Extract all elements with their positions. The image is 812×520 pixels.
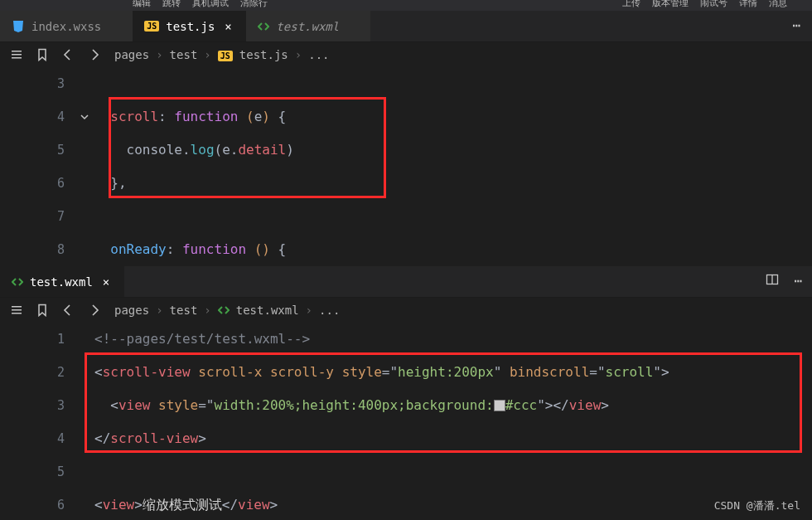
code-line[interactable]: scroll: function (e) { xyxy=(94,100,812,134)
code-line[interactable]: <!--pages/test/test.wxml--> xyxy=(94,323,812,356)
code-editor-top[interactable]: 345678 scroll: function (e) { console.lo… xyxy=(0,67,812,266)
menu-bar-left: 编辑跳转真机调试清除行 xyxy=(133,0,268,9)
menu-item[interactable]: 清除行 xyxy=(240,0,268,9)
code-line[interactable]: <scroll-view scroll-x scroll-y style="he… xyxy=(94,356,812,389)
menu-bar-right: 上传版本管理闹试号详情消息 xyxy=(622,0,787,9)
arrow-right-icon xyxy=(88,304,101,317)
line-number: 2 xyxy=(0,356,65,389)
menu-item[interactable]: 详情 xyxy=(739,0,757,9)
gutter-bottom: 123456 xyxy=(0,323,94,520)
code-line[interactable]: }, xyxy=(94,167,812,200)
line-number: 1 xyxy=(0,323,65,356)
menu-bar: 编辑跳转真机调试清除行 上传版本管理闹试号详情消息 xyxy=(0,0,812,11)
line-number: 6 xyxy=(0,488,65,520)
line-number: 7 xyxy=(0,200,65,233)
tab-label: index.wxss xyxy=(31,20,101,33)
menu-item[interactable]: 跳转 xyxy=(162,0,181,9)
code-area-bottom[interactable]: <!--pages/test/test.wxml--><scroll-view … xyxy=(94,323,812,520)
color-swatch xyxy=(494,400,505,411)
tab-label: test.js xyxy=(166,20,215,33)
gutter-top: 345678 xyxy=(0,67,94,266)
breadcrumb-bar-bottom: pages›test›test.wxml›... xyxy=(0,298,812,323)
tab-label: test.wxml xyxy=(30,275,93,289)
code-line[interactable] xyxy=(94,455,812,488)
breadcrumb-part[interactable]: pages xyxy=(114,48,149,61)
breadcrumb-file[interactable]: test.wxml xyxy=(236,304,299,317)
js-file-icon: JS xyxy=(218,51,233,61)
list-icon[interactable] xyxy=(10,304,23,317)
watermark-text: CSDN @潘潘.tel xyxy=(714,498,800,513)
breadcrumb-file[interactable]: test.js xyxy=(239,48,288,61)
code-line[interactable]: <view style="width:200%;height:400px;bac… xyxy=(94,389,812,422)
line-number: 3 xyxy=(0,389,65,422)
code-line[interactable] xyxy=(94,200,812,233)
tab-test.wxml[interactable]: test.wxml× xyxy=(0,266,124,297)
menu-item[interactable]: 编辑 xyxy=(133,0,151,9)
arrow-right-icon xyxy=(88,48,101,61)
arrow-left-icon[interactable] xyxy=(61,304,75,317)
more-actions-icon[interactable]: ⋯ xyxy=(794,273,804,289)
tab-index.wxss[interactable]: index.wxss xyxy=(0,11,133,41)
line-number: 6 xyxy=(0,167,65,200)
code-line[interactable]: </scroll-view> xyxy=(94,422,812,455)
breadcrumb-tail[interactable]: ... xyxy=(308,48,329,61)
list-icon[interactable] xyxy=(10,48,23,61)
css-file-icon xyxy=(12,20,25,33)
wxml-file-icon xyxy=(12,276,23,288)
close-icon[interactable]: × xyxy=(99,275,113,289)
tab-test.js[interactable]: JStest.js× xyxy=(133,11,246,41)
code-line[interactable]: <view>缩放模式测试</view> xyxy=(94,488,812,520)
menu-item[interactable]: 上传 xyxy=(622,0,640,9)
split-editor-icon[interactable] xyxy=(766,273,779,289)
line-number: 4 xyxy=(0,422,65,455)
more-actions-icon[interactable]: ⋯ xyxy=(792,17,802,33)
breadcrumb-bottom[interactable]: pages›test›test.wxml›... xyxy=(114,304,340,317)
breadcrumb-part[interactable]: pages xyxy=(114,304,149,317)
line-number: 5 xyxy=(0,134,65,167)
breadcrumb-top[interactable]: pages›test›JStest.js›... xyxy=(114,48,330,61)
line-number: 5 xyxy=(0,455,65,488)
breadcrumb-part[interactable]: test xyxy=(170,304,198,317)
code-line[interactable]: onReady: function () { xyxy=(94,233,812,266)
tab-bar-top: index.wxssJStest.js×test.wxml ⋯ xyxy=(0,11,812,42)
code-editor-bottom[interactable]: 123456 <!--pages/test/test.wxml--><scrol… xyxy=(0,323,812,520)
tab-label: test.wxml xyxy=(276,20,339,33)
code-line[interactable]: console.log(e.detail) xyxy=(94,134,812,167)
bookmark-icon[interactable] xyxy=(36,304,48,317)
js-file-icon: JS xyxy=(144,21,159,32)
tab-bar-bottom: test.wxml× ⋯ xyxy=(0,266,812,298)
line-number: 3 xyxy=(0,67,65,100)
menu-item[interactable]: 版本管理 xyxy=(652,0,689,9)
wxml-file-icon xyxy=(258,21,269,32)
code-line[interactable] xyxy=(94,67,812,100)
code-area-top[interactable]: scroll: function (e) { console.log(e.det… xyxy=(94,67,812,266)
bookmark-icon[interactable] xyxy=(36,48,48,61)
breadcrumb-bar-top: pages›test›JStest.js›... xyxy=(0,42,812,67)
line-number: 8 xyxy=(0,233,65,266)
menu-item[interactable]: 真机调试 xyxy=(192,0,229,9)
breadcrumb-part[interactable]: test xyxy=(170,48,198,61)
editor-pane-bottom: test.wxml× ⋯ pages›test›test.wxml›... 12… xyxy=(0,266,812,520)
arrow-left-icon[interactable] xyxy=(61,48,75,61)
fold-chevron-icon[interactable] xyxy=(80,112,89,122)
line-number: 4 xyxy=(0,100,65,134)
tab-test.wxml[interactable]: test.wxml xyxy=(246,11,370,41)
close-icon[interactable]: × xyxy=(221,20,234,33)
menu-item[interactable]: 闹试号 xyxy=(700,0,727,9)
wxml-file-icon xyxy=(218,304,230,316)
editor-pane-top: index.wxssJStest.js×test.wxml ⋯ pages›te… xyxy=(0,11,812,266)
breadcrumb-tail[interactable]: ... xyxy=(319,304,340,317)
menu-item[interactable]: 消息 xyxy=(769,0,787,9)
